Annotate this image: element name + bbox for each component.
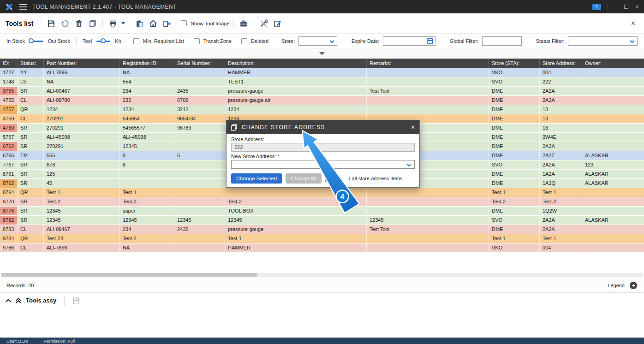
table-row[interactable]: 8783CLALI-094672342435pressure-gaugeTest… <box>0 225 644 234</box>
column-header[interactable]: Store Address: <box>540 59 582 68</box>
table-cell: Test-2 <box>120 197 174 207</box>
stock-toggle[interactable] <box>30 38 43 44</box>
table-cell: HAMMER <box>225 243 367 253</box>
table-cell: DME <box>489 105 540 114</box>
table-cell <box>174 243 225 253</box>
save-button[interactable] <box>45 17 57 30</box>
row-filler <box>641 114 644 124</box>
new-store-address-select[interactable] <box>231 160 415 169</box>
table-row[interactable]: 1727YYALI-7896NAHAMMERVKO004 <box>0 68 644 77</box>
notification-icon[interactable]: ! <box>592 4 601 10</box>
table-row[interactable]: 8782SR1234512345123451234512345SVO2A2AAL… <box>0 216 644 225</box>
tool-label: Tool <box>83 38 92 44</box>
table-cell: 222 <box>540 77 582 87</box>
new-store-address-text: New Store Address: <box>231 154 276 159</box>
deleted-checkbox[interactable] <box>241 38 247 44</box>
table-cell <box>367 68 489 77</box>
close-window-button[interactable]: ✕ <box>635 4 639 10</box>
global-filter-input[interactable] <box>482 36 522 46</box>
print-dropdown-caret[interactable] <box>121 22 125 24</box>
table-cell: 678 <box>44 160 120 170</box>
collapse-strip <box>0 49 644 59</box>
column-header[interactable]: Registration ID: <box>120 59 174 68</box>
show-tool-image-checkbox[interactable] <box>181 20 187 26</box>
tool-settings-button[interactable] <box>258 17 270 30</box>
column-header[interactable]: Remarks: <box>367 59 489 68</box>
column-header[interactable]: ID: <box>0 59 18 68</box>
apply-all-checkbox[interactable] <box>325 176 331 182</box>
tool-kit-toggle[interactable] <box>96 38 110 44</box>
calendar-icon[interactable] <box>427 38 433 44</box>
copy-button[interactable] <box>86 17 99 30</box>
export-button[interactable] <box>161 17 173 30</box>
table-cell: super <box>120 207 174 216</box>
column-header[interactable]: Owner: <box>582 59 641 68</box>
table-cell: Test-2 <box>225 197 367 207</box>
table-row[interactable]: 9786CLALI-7896NAHAMMERVKO004 <box>0 243 644 253</box>
transit-zone-checkbox[interactable] <box>194 38 200 44</box>
table-row[interactable]: 1748LSNA554TEST1SVO222 <box>0 77 644 87</box>
scrollbar-thumb[interactable] <box>1 273 257 277</box>
dialog-header[interactable]: CHANGE STORE ADDRESS ✕ <box>227 120 419 134</box>
table-cell: 2435 <box>174 225 225 234</box>
column-header[interactable]: Status: <box>18 59 44 68</box>
table-cell: TM <box>18 151 44 160</box>
window-title: TOOL MANAGEMENT 2.1.407 - TOOL MANAGEMEN… <box>32 4 177 10</box>
print-button[interactable] <box>107 17 119 30</box>
toolbox-button[interactable] <box>238 17 250 30</box>
menu-icon[interactable] <box>19 4 27 10</box>
table-row[interactable]: 8776SR12345superTOOL BOXDME1Q2W <box>0 207 644 216</box>
row-id-cell: 8783 <box>0 225 18 234</box>
apply-all-checkbox-label: r all store address items <box>349 176 403 181</box>
expire-date-label: Expire Date: <box>352 38 380 44</box>
status-user: User: DEM <box>6 338 28 344</box>
maximize-button[interactable] <box>624 4 628 10</box>
table-cell: CL <box>18 114 44 124</box>
delete-button[interactable] <box>72 17 85 30</box>
store-filter-select[interactable] <box>298 36 337 46</box>
row-filler <box>641 87 644 96</box>
column-header[interactable]: Store (STA): <box>489 59 540 68</box>
collapse-caret-icon[interactable] <box>319 52 325 55</box>
table-cell <box>367 197 489 207</box>
row-id-cell: 7767 <box>0 160 18 170</box>
close-panel-button[interactable]: ✕ <box>631 20 638 27</box>
table-cell: 12345 <box>225 216 367 225</box>
save-icon-disabled <box>72 297 80 305</box>
dialog-close-button[interactable]: ✕ <box>411 124 415 130</box>
collapse-icon[interactable] <box>5 297 12 304</box>
paste-button[interactable] <box>133 17 145 30</box>
table-cell: SR <box>18 142 44 151</box>
collapse-all-icon[interactable] <box>15 297 22 304</box>
table-cell <box>174 170 225 179</box>
table-cell: SR <box>18 124 44 133</box>
edit-button[interactable] <box>272 17 284 30</box>
column-header[interactable]: Description: <box>225 59 367 68</box>
refresh-button[interactable] <box>59 17 71 30</box>
column-header[interactable]: Part Number: <box>44 59 120 68</box>
expire-date-input[interactable] <box>383 36 435 46</box>
status-filter-select[interactable] <box>568 36 638 46</box>
row-id-cell: 9786 <box>0 243 18 253</box>
table-row[interactable]: 8764QRTest-1Test-1Test-1Test-1 <box>0 188 644 197</box>
table-cell: 270291 <box>44 114 120 124</box>
table-row[interactable]: 4757QR1234123432121234DME13 <box>0 105 644 114</box>
table-cell: DME <box>489 87 540 96</box>
row-id-cell: 4757 <box>0 105 18 114</box>
bottom-empty-space <box>0 308 644 338</box>
horizontal-scrollbar <box>0 272 644 278</box>
table-cell: DME <box>489 225 540 234</box>
change-selected-button[interactable]: Change Selected <box>231 173 282 184</box>
min-required-checkbox[interactable] <box>133 38 139 44</box>
assy-save-button[interactable] <box>70 294 82 307</box>
home-button[interactable] <box>147 17 159 30</box>
minimize-button[interactable]: – <box>614 4 618 10</box>
table-row[interactable]: 8770SRTest-2Test-2Test-2Test-2Test-2 <box>0 197 644 207</box>
legend-icon[interactable] <box>629 281 638 290</box>
table-row[interactable]: 3755SRALI-094672342435pressure-gaugeTest… <box>0 87 644 96</box>
table-cell: 1Q2W <box>540 207 582 216</box>
column-header[interactable]: Serial Number: <box>174 59 225 68</box>
table-row[interactable]: 4755CLALI-097802356709pressure-gauge air… <box>0 96 644 105</box>
table-row[interactable]: 9784QRTest-23Test-2Test-1Test-1Test-1 <box>0 234 644 243</box>
change-all-button[interactable]: Change All <box>286 173 322 184</box>
